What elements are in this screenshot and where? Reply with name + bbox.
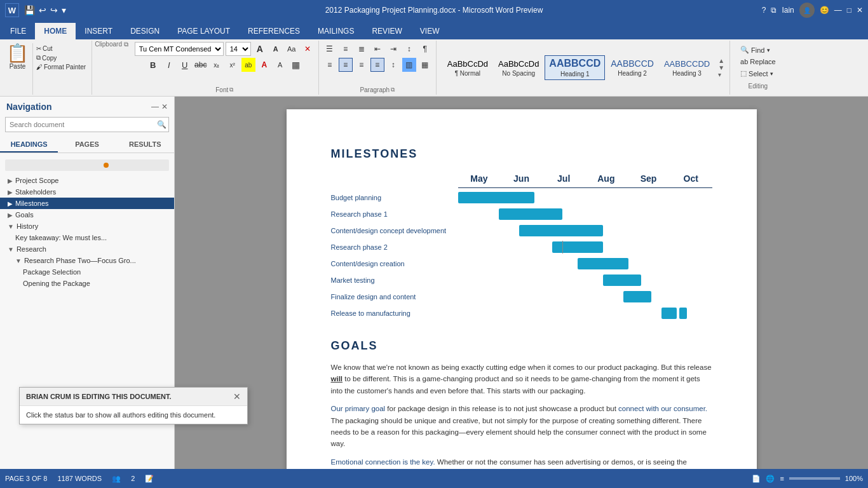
authors-icon[interactable]: 👥: [112, 475, 121, 483]
tab-mailings[interactable]: MAILINGS: [309, 23, 363, 39]
nav-tab-results[interactable]: RESULTS: [116, 137, 174, 152]
tab-page-layout[interactable]: PAGE LAYOUT: [168, 23, 239, 39]
bullets-button[interactable]: ☰: [323, 42, 337, 56]
font-group-label[interactable]: Font ⧉: [215, 86, 233, 93]
nav-item-research-phase2[interactable]: ▼ Research Phase Two—Focus Gro...: [0, 255, 174, 266]
strikethrough-button[interactable]: abc: [194, 58, 208, 72]
find-button[interactable]: 🔍 Find ▾: [736, 44, 780, 55]
underline-button[interactable]: U: [178, 58, 192, 72]
decrease-indent-button[interactable]: ⇤: [370, 42, 384, 56]
tab-review[interactable]: REVIEW: [363, 23, 410, 39]
save-icon[interactable]: 💾: [24, 5, 35, 15]
text-highlight-button[interactable]: ab: [241, 58, 255, 72]
track-changes-icon[interactable]: 📝: [145, 475, 154, 483]
select-button[interactable]: ⬚ Select ▾: [736, 68, 780, 79]
gantt-month-jul: Jul: [543, 173, 585, 184]
style-normal[interactable]: AaBbCcDd ¶ Normal: [443, 57, 492, 79]
font-family-select[interactable]: Tu Cen MT Condensed (: [135, 42, 224, 56]
style-heading1[interactable]: AABBCCD Heading 1: [545, 55, 605, 80]
align-left-button[interactable]: ≡: [323, 58, 337, 72]
paste-button[interactable]: 📋 Paste: [3, 43, 33, 95]
nav-tab-pages[interactable]: PAGES: [58, 137, 116, 152]
styles-expand-icon[interactable]: ▾: [718, 71, 724, 78]
view-icon-web[interactable]: 🌐: [766, 475, 775, 483]
multilevel-button[interactable]: ≣: [355, 42, 369, 56]
styles-up-icon[interactable]: ▲: [718, 57, 724, 64]
styles-scroll[interactable]: ▲ ▼ ▾: [717, 56, 726, 79]
goals-connect-link[interactable]: connect with our consumer.: [618, 405, 707, 412]
goals-emotional-link[interactable]: Emotional connection is the key.: [331, 458, 435, 466]
tab-file[interactable]: FILE: [1, 23, 35, 39]
close-btn[interactable]: ✕: [857, 6, 863, 15]
italic-button[interactable]: I: [162, 58, 176, 72]
shading-button[interactable]: A: [273, 58, 287, 72]
paragraph-expand-icon[interactable]: ⧉: [391, 86, 395, 93]
nav-item-project-scope[interactable]: ▶ Project Scope: [0, 175, 174, 186]
clipboard-expand-icon[interactable]: ⧉: [124, 41, 128, 48]
nav-item-key-takeaway[interactable]: Key takeaway: We must les...: [0, 232, 174, 243]
font-size-select[interactable]: 14: [226, 42, 251, 56]
nav-close-icon[interactable]: ✕: [161, 102, 168, 111]
bold-button[interactable]: B: [146, 58, 160, 72]
nav-minimize-icon[interactable]: —: [151, 102, 159, 111]
nav-item-goals[interactable]: ▶ Goals: [0, 209, 174, 220]
nav-item-history[interactable]: ▼ History: [0, 220, 174, 232]
font-shrink-button[interactable]: A: [269, 42, 283, 56]
goals-primary-goal-link[interactable]: Our primary goal: [331, 405, 386, 412]
tab-insert[interactable]: INSERT: [76, 23, 121, 39]
replace-button[interactable]: ab Replace: [736, 57, 780, 67]
show-formatting-button[interactable]: ¶: [418, 42, 432, 56]
nav-item-opening-package[interactable]: Opening the Package: [0, 278, 174, 289]
redo-icon[interactable]: ↪: [50, 5, 58, 15]
clear-format-button[interactable]: ✕: [301, 42, 315, 56]
zoom-slider[interactable]: [789, 477, 840, 480]
borders-button[interactable]: ▦: [289, 58, 303, 72]
superscript-button[interactable]: x²: [226, 58, 240, 72]
paragraph-group-label[interactable]: Paragraph ⧉: [360, 86, 395, 93]
font-color-button[interactable]: A: [257, 58, 271, 72]
font-expand-icon[interactable]: ⧉: [229, 86, 233, 93]
shading-para-button[interactable]: ▥: [402, 58, 416, 72]
nav-tab-headings[interactable]: HEADINGS: [0, 137, 58, 152]
increase-indent-button[interactable]: ⇥: [386, 42, 400, 56]
restore-icon[interactable]: ⧉: [771, 6, 776, 15]
search-icon[interactable]: 🔍: [157, 120, 166, 129]
tab-references[interactable]: REFERENCES: [239, 23, 309, 39]
status-right: 📄 🌐 ≡ 100%: [752, 475, 863, 483]
word-icon: W: [5, 3, 19, 17]
tab-view[interactable]: VIEW: [411, 23, 449, 39]
justify-button[interactable]: ≡: [370, 58, 384, 72]
copy-button[interactable]: ⧉ Copy: [34, 53, 88, 62]
view-icon-outline[interactable]: ≡: [780, 475, 783, 482]
view-icon-print[interactable]: 📄: [752, 475, 761, 483]
font-grow-button[interactable]: A: [253, 42, 267, 56]
change-case-button[interactable]: Aa: [285, 42, 299, 56]
maximize-btn[interactable]: □: [847, 6, 851, 15]
tab-design[interactable]: DESIGN: [121, 23, 168, 39]
align-right-button[interactable]: ≡: [355, 58, 369, 72]
cut-button[interactable]: ✂ Cut: [34, 44, 88, 53]
tab-home[interactable]: HOME: [35, 23, 76, 39]
styles-down-icon[interactable]: ▼: [718, 64, 724, 71]
minimize-btn[interactable]: —: [834, 6, 842, 15]
search-input[interactable]: [5, 117, 169, 132]
format-painter-icon: 🖌: [36, 64, 43, 71]
sort-button[interactable]: ↕: [402, 42, 416, 56]
style-heading3[interactable]: AABBCCDD Heading 3: [660, 57, 714, 79]
help-icon[interactable]: ?: [762, 6, 766, 15]
gantt-bar-content-creation: [578, 258, 628, 269]
numbering-button[interactable]: ≡: [339, 42, 353, 56]
style-no-spacing[interactable]: AaBbCcDd No Spacing: [494, 57, 543, 79]
undo-icon[interactable]: ↩: [39, 5, 46, 15]
customize-icon[interactable]: ▾: [62, 5, 66, 15]
align-center-button[interactable]: ≡: [339, 58, 353, 72]
nav-item-stakeholders[interactable]: ▶ Stakeholders: [0, 186, 174, 198]
nav-item-research[interactable]: ▼ Research: [0, 243, 174, 255]
nav-item-milestones[interactable]: ▶ Milestones: [0, 198, 174, 209]
subscript-button[interactable]: x₂: [210, 58, 224, 72]
style-heading2[interactable]: AABBCCD Heading 2: [606, 56, 658, 79]
line-spacing-button[interactable]: ↕: [386, 58, 400, 72]
nav-item-package-selection[interactable]: Package Selection: [0, 266, 174, 278]
format-painter-button[interactable]: 🖌 Format Painter: [34, 63, 88, 71]
borders-para-button[interactable]: ▦: [418, 58, 432, 72]
